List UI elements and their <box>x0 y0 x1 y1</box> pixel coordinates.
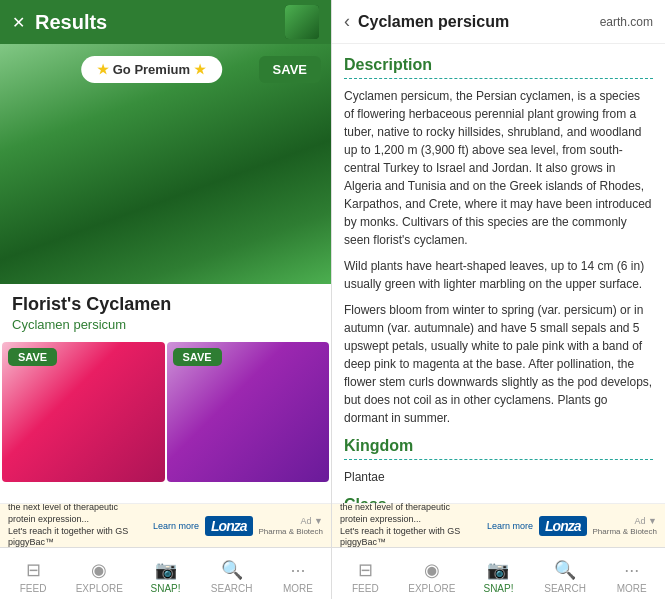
right-header: ‹ Cyclamen persicum earth.com <box>332 0 665 44</box>
right-nav-more[interactable]: ··· MORE <box>598 554 665 594</box>
kingdom-divider <box>344 459 653 460</box>
right-search-icon: 🔍 <box>554 559 576 581</box>
star-icon-right: ★ <box>194 62 206 77</box>
results-title: Results <box>35 11 285 34</box>
snap-icon: 📷 <box>155 559 177 581</box>
description-para-1: Cyclamen persicum, the Persian cyclamen,… <box>344 87 653 249</box>
right-nav-explore[interactable]: ◉ EXPLORE <box>399 553 466 594</box>
ad-line2: protein expression... <box>8 514 147 526</box>
back-button[interactable]: ‹ <box>344 11 350 32</box>
right-ad-banner: the next level of therapeutic protein ex… <box>332 503 665 547</box>
right-ad-learn-more[interactable]: Learn more <box>487 521 533 531</box>
right-ad-text: the next level of therapeutic protein ex… <box>340 502 481 549</box>
ad-line1: the next level of therapeutic <box>8 503 147 514</box>
search-label: SEARCH <box>211 583 253 594</box>
right-content: Description Cyclamen persicum, the Persi… <box>332 44 665 503</box>
ad-tag: Pharma & Biotech <box>259 527 323 536</box>
nav-more[interactable]: ··· MORE <box>265 554 331 594</box>
right-feed-icon: ⊟ <box>358 559 373 581</box>
right-ad-details: Ad ▼ Pharma & Biotech <box>593 516 657 536</box>
ad-learn-more[interactable]: Learn more <box>153 521 199 531</box>
plant-common-name: Florist's Cyclamen <box>12 294 319 315</box>
description-divider <box>344 78 653 79</box>
explore-icon: ◉ <box>91 559 107 581</box>
right-ad-tag: Pharma & Biotech <box>593 527 657 536</box>
right-nav-search[interactable]: 🔍 SEARCH <box>532 553 599 594</box>
ad-details: Ad ▼ Pharma & Biotech <box>259 516 323 536</box>
kingdom-value: Plantae <box>344 468 653 486</box>
source-label: earth.com <box>600 15 653 29</box>
left-panel: ✕ Results ★ Go Premium ★ SAVE Florist's … <box>0 0 332 599</box>
kingdom-heading: Kingdom <box>344 437 653 455</box>
save-thumb-button-2[interactable]: SAVE <box>173 348 222 366</box>
save-thumb-button-1[interactable]: SAVE <box>8 348 57 366</box>
thumbnail-item-1[interactable]: SAVE <box>2 342 165 482</box>
ad-line3: Let's reach it together with GS piggyBac… <box>8 526 147 548</box>
description-para-2: Wild plants have heart-shaped leaves, up… <box>344 257 653 293</box>
save-main-button[interactable]: SAVE <box>259 56 321 83</box>
right-snap-icon: 📷 <box>487 559 509 581</box>
right-nav-snap[interactable]: 📷 SNAP! <box>465 553 532 594</box>
more-icon: ··· <box>290 560 305 581</box>
go-premium-button[interactable]: ★ Go Premium ★ <box>81 56 222 83</box>
nav-search[interactable]: 🔍 SEARCH <box>199 553 265 594</box>
right-explore-icon: ◉ <box>424 559 440 581</box>
right-bottom-nav: ⊟ FEED ◉ EXPLORE 📷 SNAP! 🔍 SEARCH ··· MO… <box>332 547 665 599</box>
plant-scientific-name: Cyclamen persicum <box>12 317 319 332</box>
star-icon: ★ <box>97 62 109 77</box>
feed-icon: ⊟ <box>26 559 41 581</box>
ad-label: Ad ▼ <box>301 516 323 526</box>
right-ad-logo: Lonza <box>539 516 586 536</box>
header-plant-image <box>285 5 319 39</box>
nav-feed[interactable]: ⊟ FEED <box>0 553 66 594</box>
search-icon: 🔍 <box>221 559 243 581</box>
right-more-label: MORE <box>617 583 647 594</box>
description-heading: Description <box>344 56 653 74</box>
ad-text: the next level of therapeutic protein ex… <box>8 503 147 547</box>
detail-title: Cyclamen persicum <box>358 13 600 31</box>
more-label: MORE <box>283 583 313 594</box>
right-snap-label: SNAP! <box>483 583 513 594</box>
right-ad-label: Ad ▼ <box>635 516 657 526</box>
premium-label: Go Premium <box>113 62 190 77</box>
snap-label: SNAP! <box>151 583 181 594</box>
right-nav-feed[interactable]: ⊟ FEED <box>332 553 399 594</box>
main-image-container: ★ Go Premium ★ SAVE <box>0 44 331 284</box>
plant-info: Florist's Cyclamen Cyclamen persicum <box>0 284 331 338</box>
ad-logo: Lonza <box>205 516 252 536</box>
right-explore-label: EXPLORE <box>408 583 455 594</box>
thumbnails-row: SAVE SAVE <box>0 338 331 503</box>
close-icon[interactable]: ✕ <box>12 13 25 32</box>
right-feed-label: FEED <box>352 583 379 594</box>
left-header: ✕ Results <box>0 0 331 44</box>
nav-explore[interactable]: ◉ EXPLORE <box>66 553 132 594</box>
header-thumbnail <box>285 5 319 39</box>
left-bottom-nav: ⊟ FEED ◉ EXPLORE 📷 SNAP! 🔍 SEARCH ··· MO… <box>0 547 331 599</box>
description-para-3: Flowers bloom from winter to spring (var… <box>344 301 653 427</box>
right-ad-line3: Let's reach it together with GS piggyBac… <box>340 526 481 549</box>
right-more-icon: ··· <box>624 560 639 581</box>
right-panel: ‹ Cyclamen persicum earth.com Descriptio… <box>332 0 665 599</box>
explore-label: EXPLORE <box>76 583 123 594</box>
thumbnail-item-2[interactable]: SAVE <box>167 342 330 482</box>
right-search-label: SEARCH <box>544 583 586 594</box>
left-ad-banner: the next level of therapeutic protein ex… <box>0 503 331 547</box>
feed-label: FEED <box>20 583 47 594</box>
right-ad-line1: the next level of therapeutic <box>340 502 481 514</box>
nav-snap[interactable]: 📷 SNAP! <box>132 553 198 594</box>
right-ad-line2: protein expression... <box>340 514 481 526</box>
